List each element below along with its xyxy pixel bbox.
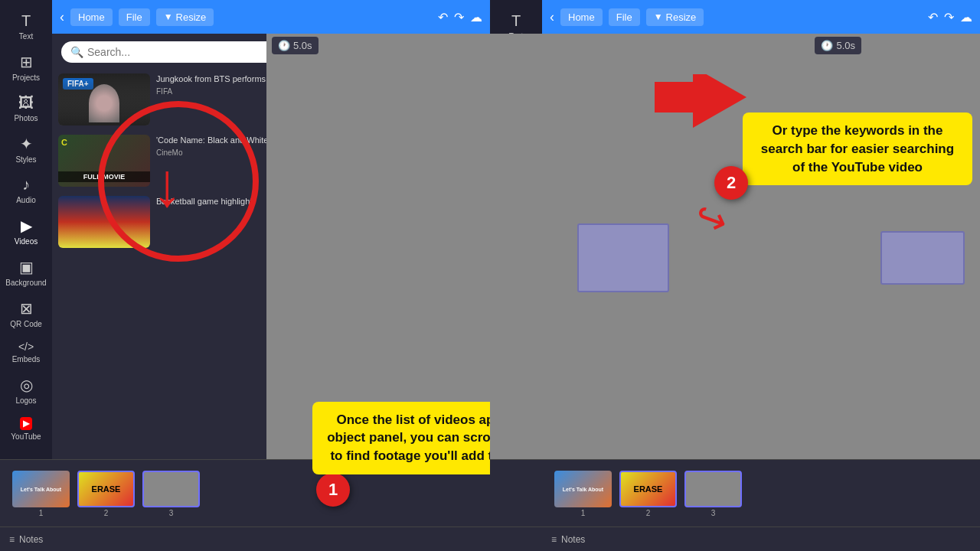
sidebar-item-qrcode[interactable]: ⊠ QR Code — [0, 293, 52, 334]
projects-icon: ⊞ — [20, 53, 33, 71]
sidebar-item-videos[interactable]: ▶ Videos — [0, 210, 52, 252]
badge-1: 1 — [316, 473, 350, 507]
videos-icon: ▶ — [21, 217, 32, 235]
back-arrow-icon-right[interactable]: ‹ — [550, 9, 554, 25]
timer-right: 🕐 5.0s — [815, 37, 861, 54]
left-content-panel: ‹ Home File ▼ Resize ↶ ↷ ☁ 🔍 FIFA+ — [52, 0, 490, 551]
notes-icon: ≡ — [9, 534, 15, 545]
annotation-callout-2: Or type the keywords in the search bar f… — [743, 112, 972, 185]
left-panel: T Text ⊞ Projects 🖼 Photos ✦ Styles ♪ Au… — [0, 0, 490, 551]
back-arrow-icon[interactable]: ‹ — [60, 9, 64, 25]
qrcode-icon: ⊠ — [20, 299, 33, 318]
notes-bar-right[interactable]: ≡ Notes — [542, 527, 980, 551]
thumbnail-3[interactable]: 3 — [142, 471, 200, 517]
video-thumbnail: FULL MOVIE C — [58, 135, 150, 187]
search-icon: 🔍 — [70, 46, 83, 58]
clock-icon-right: 🕐 — [821, 40, 833, 51]
timer-left: 🕐 5.0s — [272, 37, 318, 54]
undo-icon-right[interactable]: ↶ — [928, 10, 938, 24]
right-topbar: ‹ Home File ▼ Resize ↶ ↷ ☁ — [542, 0, 980, 34]
sidebar-item-youtube[interactable]: ▶ YouTube — [0, 411, 52, 447]
redo-icon-right[interactable]: ↷ — [944, 10, 954, 24]
sidebar-item-logos[interactable]: ◎ Logos — [0, 370, 52, 411]
left-topbar: ‹ Home File ▼ Resize ↶ ↷ ☁ — [52, 0, 490, 34]
cloud-icon-right[interactable]: ☁ — [960, 10, 972, 24]
cloud-icon[interactable]: ☁ — [470, 10, 482, 24]
thumbnail-r-2[interactable]: ERASE 2 — [619, 471, 677, 517]
resize-button-right[interactable]: ▼ Resize — [646, 8, 704, 26]
logos-icon: ◎ — [20, 376, 33, 394]
canvas-slide-right — [880, 231, 965, 285]
home-button[interactable]: Home — [70, 8, 113, 26]
sidebar-item-photos[interactable]: 🖼 Photos — [0, 88, 52, 129]
notes-icon-right: ≡ — [551, 534, 557, 545]
sidebar-item-audio[interactable]: ♪ Audio — [0, 170, 52, 210]
video-thumbnail: FIFA+ — [58, 73, 150, 126]
file-button-right[interactable]: File — [609, 8, 640, 26]
sidebar-item-projects[interactable]: ⊞ Projects — [0, 47, 52, 88]
youtube-icon: ▶ — [20, 417, 32, 430]
thumbnails-bar-right: Let's Talk About 1 ERASE 2 3 — [542, 459, 980, 528]
redo-icon[interactable]: ↷ — [454, 10, 464, 24]
background-icon: ▣ — [19, 258, 34, 276]
undo-icon[interactable]: ↶ — [438, 10, 448, 24]
embeds-icon: </> — [18, 341, 34, 353]
file-button[interactable]: File — [119, 8, 150, 26]
text-icon: T — [21, 12, 31, 30]
sidebar-item-styles[interactable]: ✦ Styles — [0, 129, 52, 170]
resize-button[interactable]: ▼ Resize — [156, 8, 214, 26]
canvas-slide-left — [577, 223, 669, 292]
sidebar-item-background[interactable]: ▣ Background — [0, 252, 52, 293]
thumbnail-2[interactable]: ERASE 2 — [77, 471, 135, 517]
right-canvas-area — [865, 34, 980, 482]
text-icon-right: T — [511, 12, 521, 30]
sidebar-item-text[interactable]: T Text — [0, 6, 52, 47]
sidebar-item-embeds[interactable]: </> Embeds — [0, 334, 52, 370]
thumbnail-r-3[interactable]: 3 — [684, 471, 742, 517]
styles-icon: ✦ — [20, 135, 33, 153]
annotation-callout-1: Once the list of videos appears on the o… — [312, 402, 490, 474]
photos-icon: 🖼 — [18, 94, 34, 112]
video-thumbnail — [58, 196, 150, 248]
audio-icon: ♪ — [22, 176, 30, 194]
thumbnail-1[interactable]: Let's Talk About 1 — [12, 471, 70, 517]
badge-2: 2 — [714, 166, 748, 200]
clock-icon: 🕐 — [278, 40, 290, 51]
thumbnail-r-1[interactable]: Let's Talk About 1 — [554, 471, 612, 517]
home-button-right[interactable]: Home — [560, 8, 603, 26]
